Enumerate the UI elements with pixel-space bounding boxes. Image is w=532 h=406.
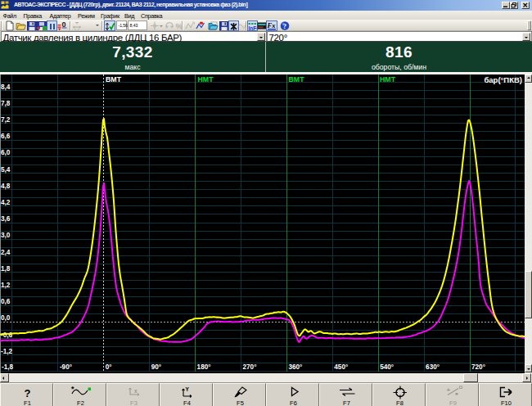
svg-text:7,2: 7,2: [1, 115, 11, 123]
svg-text:3,6: 3,6: [1, 215, 11, 223]
svg-text:8,4: 8,4: [1, 83, 11, 90]
svg-text:НМТ: НМТ: [380, 75, 396, 83]
svg-text:6,0: 6,0: [1, 149, 11, 156]
svg-text:360°: 360°: [288, 363, 302, 371]
svg-text:7,8: 7,8: [1, 99, 11, 106]
svg-text:НМТ: НМТ: [198, 75, 214, 83]
svg-text:1,2: 1,2: [1, 281, 11, 288]
svg-text:540°: 540°: [380, 363, 394, 371]
svg-text:Y: Y: [185, 386, 189, 392]
svg-text:-90°: -90°: [60, 363, 72, 371]
svg-text:-1,8: -1,8: [2, 363, 14, 371]
svg-text:90°: 90°: [151, 363, 161, 371]
svg-text:Fx: Fx: [267, 21, 276, 29]
svg-text:450°: 450°: [334, 363, 348, 371]
svg-text:0,0: 0,0: [1, 314, 11, 322]
svg-text:3,0: 3,0: [1, 232, 11, 239]
svg-text:720°: 720°: [471, 363, 485, 371]
svg-text:?: ?: [282, 22, 286, 30]
svg-text:*: *: [71, 386, 74, 393]
svg-text:2,4: 2,4: [1, 248, 11, 255]
svg-text:ВМТ: ВМТ: [289, 75, 305, 83]
svg-text:1,8: 1,8: [1, 264, 11, 272]
svg-text:ВМТ: ВМТ: [106, 75, 122, 83]
svg-text:4,2: 4,2: [1, 198, 11, 205]
svg-text:бар(°ПКВ): бар(°ПКВ): [484, 75, 522, 84]
svg-text:InFo: InFo: [249, 25, 258, 30]
svg-text:0,6: 0,6: [1, 298, 11, 305]
svg-text:5,4: 5,4: [1, 165, 11, 173]
svg-text:-1,2: -1,2: [1, 347, 13, 354]
svg-text:4,8: 4,8: [1, 182, 11, 189]
svg-text:180°: 180°: [197, 363, 211, 371]
svg-text:6,6: 6,6: [1, 133, 11, 140]
svg-text:+: +: [446, 386, 450, 393]
svg-text:270°: 270°: [243, 363, 257, 371]
svg-text:x: x: [134, 388, 138, 394]
svg-text:0°: 0°: [106, 363, 112, 371]
svg-text:630°: 630°: [426, 363, 440, 371]
